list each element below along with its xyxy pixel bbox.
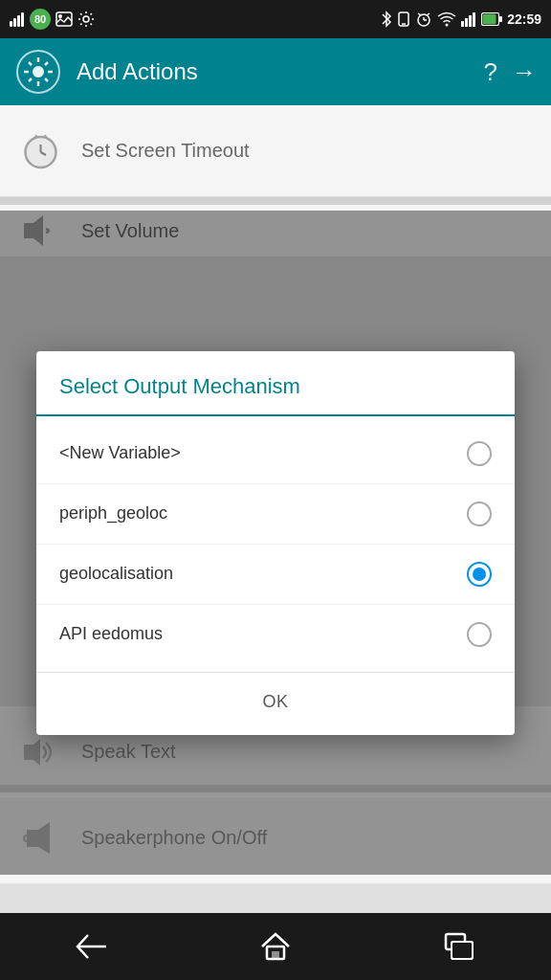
svg-point-5 bbox=[58, 14, 62, 18]
set-screen-timeout-label: Set Screen Timeout bbox=[81, 140, 250, 162]
dialog-options-list: <New Variable> periph_geoloc geolocalisa… bbox=[36, 416, 515, 672]
next-button[interactable]: → bbox=[512, 57, 537, 87]
svg-line-31 bbox=[29, 78, 32, 81]
svg-rect-15 bbox=[461, 21, 464, 27]
alarm-icon bbox=[415, 11, 432, 28]
svg-point-23 bbox=[33, 66, 44, 78]
app-logo-icon bbox=[14, 48, 62, 96]
background-content: Set Screen Timeout Set Volume Select Out… bbox=[0, 105, 551, 942]
radio-new-variable[interactable] bbox=[467, 441, 492, 466]
svg-rect-45 bbox=[452, 942, 473, 959]
option-geolocalisation-label: geolocalisation bbox=[59, 564, 173, 584]
svg-line-13 bbox=[427, 13, 430, 15]
select-output-dialog: Select Output Mechanism <New Variable> p… bbox=[36, 351, 515, 735]
svg-rect-18 bbox=[473, 12, 475, 27]
svg-line-28 bbox=[29, 62, 32, 65]
signal-icon bbox=[10, 11, 25, 27]
svg-rect-3 bbox=[21, 12, 24, 27]
status-bar: 80 bbox=[0, 0, 551, 38]
page-title: Add Actions bbox=[77, 58, 470, 85]
radio-geolocalisation-fill bbox=[473, 568, 486, 581]
option-new-variable-label: <New Variable> bbox=[59, 443, 181, 463]
ok-button[interactable]: OK bbox=[239, 684, 311, 720]
option-new-variable[interactable]: <New Variable> bbox=[36, 424, 515, 484]
svg-line-12 bbox=[418, 13, 421, 15]
svg-rect-43 bbox=[272, 951, 279, 959]
badge-icon: 80 bbox=[30, 9, 51, 30]
option-periph-geoloc[interactable]: periph_geoloc bbox=[36, 484, 515, 545]
svg-point-14 bbox=[446, 24, 449, 27]
battery-icon bbox=[481, 12, 502, 26]
svg-line-30 bbox=[45, 62, 48, 65]
svg-rect-17 bbox=[469, 15, 472, 27]
svg-point-6 bbox=[83, 16, 89, 22]
back-icon bbox=[75, 932, 109, 961]
svg-rect-0 bbox=[10, 21, 12, 27]
nav-bar bbox=[0, 913, 551, 980]
dialog-footer: OK bbox=[36, 672, 515, 735]
svg-rect-16 bbox=[465, 18, 468, 27]
radio-periph-geoloc[interactable] bbox=[467, 501, 492, 526]
settings-icon bbox=[77, 11, 95, 28]
svg-rect-21 bbox=[483, 14, 496, 25]
dialog-overlay: Select Output Mechanism <New Variable> p… bbox=[0, 211, 551, 875]
status-time: 22:59 bbox=[507, 11, 541, 27]
help-button[interactable]: ? bbox=[484, 57, 497, 87]
status-left-icons: 80 bbox=[10, 9, 95, 30]
wifi-icon bbox=[437, 11, 456, 27]
phone-icon bbox=[397, 11, 410, 27]
radio-api-eedomus[interactable] bbox=[467, 622, 492, 647]
image-icon bbox=[55, 11, 73, 27]
back-button[interactable] bbox=[63, 918, 121, 975]
option-geolocalisation[interactable]: geolocalisation bbox=[36, 545, 515, 605]
app-logo bbox=[14, 48, 62, 96]
radio-geolocalisation[interactable] bbox=[467, 562, 492, 587]
list-item-set-screen-timeout: Set Screen Timeout bbox=[0, 105, 551, 197]
recents-button[interactable] bbox=[430, 918, 488, 975]
option-api-eedomus[interactable]: API eedomus bbox=[36, 605, 515, 664]
svg-rect-20 bbox=[499, 16, 502, 22]
dialog-title: Select Output Mechanism bbox=[36, 351, 515, 416]
option-periph-geoloc-label: periph_geoloc bbox=[59, 503, 167, 523]
svg-rect-2 bbox=[17, 15, 20, 27]
option-api-eedomus-label: API eedomus bbox=[59, 624, 163, 644]
bluetooth-icon bbox=[381, 11, 392, 28]
status-right-icons: 22:59 bbox=[381, 11, 541, 28]
svg-line-29 bbox=[45, 78, 48, 81]
recents-icon bbox=[444, 932, 474, 961]
home-icon bbox=[259, 931, 292, 962]
clock-icon-bg bbox=[14, 124, 67, 177]
gap-row-1 bbox=[0, 197, 551, 205]
svg-rect-1 bbox=[13, 18, 16, 27]
home-button[interactable] bbox=[247, 918, 304, 975]
app-bar: Add Actions ? → bbox=[0, 38, 551, 105]
cell-signal-icon bbox=[461, 11, 476, 27]
